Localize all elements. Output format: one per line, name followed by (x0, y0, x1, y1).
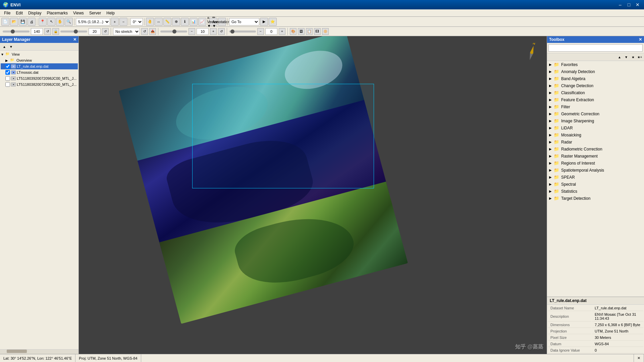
toolbox-item-spear[interactable]: ▶ 📁 SPEAR (547, 174, 644, 181)
color-btn2[interactable]: 🖼 (298, 28, 305, 35)
layer-overview[interactable]: ▶ 📁 Overview (1, 57, 78, 63)
zoom-inc-btn[interactable]: + (210, 28, 217, 35)
opacity-input[interactable] (265, 28, 277, 35)
close-button[interactable]: ✕ (634, 1, 641, 8)
toolbox-item-raster_mgmt[interactable]: ▶ 📁 Raster Management (547, 153, 644, 160)
view-expand-icon[interactable]: ▼ (1, 53, 5, 56)
info-button[interactable]: ℹ (181, 18, 189, 26)
brightness-input[interactable] (31, 28, 43, 35)
goto-exec-button[interactable]: ▶ (260, 18, 268, 26)
toolbox-item-image_sharpening[interactable]: ▶ 📁 Image Sharpening (547, 117, 644, 124)
bookmark-button[interactable]: ⭐ (269, 18, 277, 26)
toolbox-item-statistics[interactable]: ▶ 📁 Statistics (547, 188, 644, 195)
toolbox-close[interactable]: ✕ (639, 37, 642, 42)
overview-expand-icon[interactable]: ▶ (5, 59, 10, 62)
menu-file[interactable]: File (1, 10, 13, 16)
zoom-slider-track[interactable] (160, 31, 187, 33)
layer-view[interactable]: ▼ 📁 View (1, 51, 78, 57)
crosshair-tool[interactable]: ⊕ (172, 18, 180, 26)
zoom-dec-btn[interactable]: − (189, 28, 195, 35)
layer-lt1[interactable]: ▪ LT511803920072098JC00_MTL_J... (1, 75, 78, 81)
location-button[interactable]: 📍 (39, 18, 47, 26)
tb-star-add[interactable]: ★+ (637, 54, 643, 60)
toolbox-item-radiometric[interactable]: ▶ 📁 Radiometric Correction (547, 145, 644, 153)
select-button[interactable]: ↖ (47, 18, 55, 26)
tb-nav-up[interactable]: ▲ (616, 54, 623, 60)
toolbox-item-feature_extraction[interactable]: ▶ 📁 Feature Extraction (547, 96, 644, 103)
zoom-slider-thumb[interactable] (172, 29, 176, 34)
lt2-checkbox[interactable] (5, 82, 10, 87)
brightness-slider-track[interactable] (3, 31, 30, 33)
lt1-checkbox[interactable] (5, 76, 10, 81)
maximize-button[interactable]: □ (625, 1, 633, 8)
lm-nav-up[interactable]: ▲ (1, 44, 7, 50)
opacity-slider-thumb[interactable] (230, 29, 234, 34)
toolbox-item-mosaicking[interactable]: ▶ 📁 Mosaicking (547, 131, 644, 138)
ltmossic-checkbox[interactable] (5, 70, 10, 75)
menu-help[interactable]: Help (104, 10, 117, 16)
opacity-dec[interactable]: − (257, 28, 264, 35)
menu-edit[interactable]: Edit (13, 10, 25, 16)
zoom-out-button[interactable]: − (119, 18, 127, 26)
toolbox-item-geometric_correction[interactable]: ▶ 📁 Geometric Correction (547, 110, 644, 117)
measure-tool[interactable]: 📏 (163, 18, 171, 26)
toolbox-item-change_detection[interactable]: ▶ 📁 Change Detection (547, 82, 644, 89)
rotation-select[interactable]: 0° (130, 18, 143, 25)
toolbox-item-spatiotemporal[interactable]: ▶ 📁 Spatiotemporal Analysis (547, 167, 644, 174)
toolbox-item-lidar[interactable]: ▶ 📁 LiDAR (547, 124, 644, 131)
zoom-button[interactable]: 🔍 (65, 18, 73, 26)
new-button[interactable]: 📄 (1, 18, 9, 26)
close-status[interactable]: ✕ (634, 354, 644, 362)
goto-select[interactable]: Go To (229, 18, 259, 25)
stats-button[interactable]: 📈 (198, 18, 206, 26)
print-button[interactable]: 🖨 (28, 18, 36, 26)
toolbox-item-classification[interactable]: ▶ 📁 Classification (547, 89, 644, 96)
toolbox-item-favorites[interactable]: ▶ 📁 Favorites (547, 61, 644, 68)
pan-button[interactable]: ✋ (56, 18, 64, 26)
lt-rule-checkbox[interactable] (5, 64, 10, 69)
menu-views[interactable]: Views (70, 10, 87, 16)
color-btn5[interactable]: 🔆 (322, 28, 329, 35)
toolbox-item-band_algebra[interactable]: ▶ 📁 Band Algebra (547, 75, 644, 82)
layer-manager-close[interactable]: ✕ (73, 37, 76, 42)
menu-placemarks[interactable]: Placemarks (44, 10, 70, 16)
layer-manager-scrollbar[interactable] (0, 349, 78, 354)
toolbox-item-filter[interactable]: ▶ 📁 Filter (547, 103, 644, 110)
minimize-button[interactable]: – (616, 1, 624, 8)
tb-star[interactable]: ★ (630, 54, 636, 60)
lm-nav-down[interactable]: ▼ (8, 44, 14, 50)
brightness-slider-thumb[interactable] (11, 29, 15, 34)
layer-ltmossic[interactable]: ▪ LTmossic.dat (1, 69, 78, 75)
annotations-button[interactable]: ✏ Annotations ▼ (218, 18, 226, 26)
toolbox-item-radar[interactable]: ▶ 📁 Radar (547, 138, 644, 145)
zoom-in-button[interactable]: + (111, 18, 119, 26)
contrast-refresh[interactable]: ↺ (102, 28, 109, 35)
stretch-export[interactable]: 📤 (149, 28, 156, 35)
color-btn4[interactable]: 🎞 (314, 28, 321, 35)
opacity-inc[interactable]: + (279, 28, 285, 35)
tb-nav-down[interactable]: ▼ (623, 54, 629, 60)
zoom-select[interactable]: 5.5% (1:18.2...) (76, 18, 110, 25)
toolbox-item-spectral[interactable]: ▶ 📁 Spectral (547, 181, 644, 188)
stretch-select[interactable]: No stretch (113, 28, 140, 35)
toolbox-item-target_detection[interactable]: ▶ 📁 Target Detection (547, 195, 644, 202)
brightness-lock[interactable]: 🔒 (52, 28, 59, 35)
contrast-slider-track[interactable] (60, 31, 87, 33)
open-button[interactable]: 📂 (10, 18, 18, 26)
menu-server[interactable]: Server (87, 10, 104, 16)
layer-lt-rule[interactable]: ▪ LT_rule.dat.enp.dat (1, 63, 78, 69)
stretch-refresh[interactable]: ↺ (141, 28, 148, 35)
brightness-refresh[interactable]: ↺ (44, 28, 51, 35)
move-tool[interactable]: ↔ (155, 18, 163, 26)
zoom-refresh2[interactable]: ↺ (218, 28, 225, 35)
color-btn1[interactable]: 🎨 (290, 28, 297, 35)
hand-tool[interactable]: 🤚 (146, 18, 154, 26)
color-btn3[interactable]: 📋 (306, 28, 313, 35)
save-button[interactable]: 💾 (19, 18, 27, 26)
toolbox-search-input[interactable] (548, 44, 643, 52)
layer-lt2[interactable]: ▪ LT511803820072098JC00_MTL_J... (1, 81, 78, 87)
viewport[interactable]: N 知乎 @蒸蒸 (79, 36, 547, 354)
toolbox-item-anomaly[interactable]: ▶ 📁 Anomaly Detection (547, 68, 644, 75)
menu-display[interactable]: Display (25, 10, 44, 16)
contrast-slider-thumb[interactable] (74, 29, 78, 34)
